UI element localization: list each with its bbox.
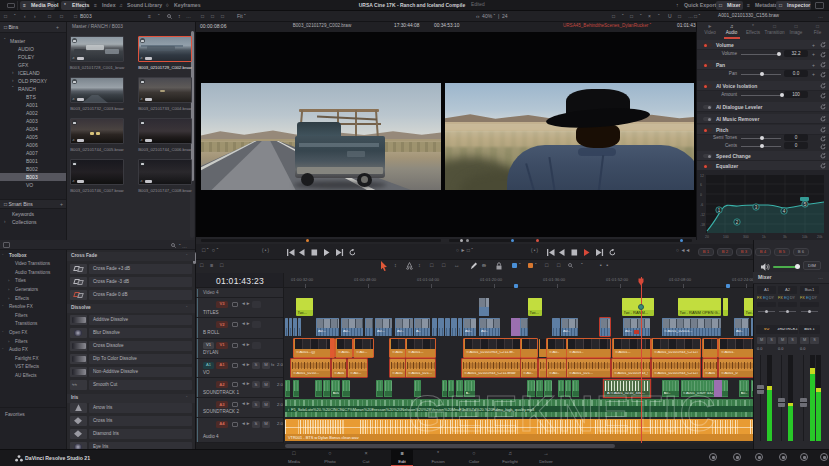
svg-text:12: 12 xyxy=(700,174,704,178)
svg-text:20k: 20k xyxy=(817,235,823,239)
svg-text:100: 100 xyxy=(723,235,729,239)
svg-text:-18: -18 xyxy=(700,223,705,227)
svg-text:1k: 1k xyxy=(762,235,766,239)
svg-text:-12: -12 xyxy=(700,213,705,217)
svg-text:6: 6 xyxy=(700,183,702,187)
svg-text:10k: 10k xyxy=(802,235,808,239)
svg-text:3k: 3k xyxy=(783,235,787,239)
svg-text:0: 0 xyxy=(700,193,702,197)
svg-text:300: 300 xyxy=(743,235,749,239)
svg-text:-6: -6 xyxy=(700,203,703,207)
svg-text:20: 20 xyxy=(705,235,709,239)
